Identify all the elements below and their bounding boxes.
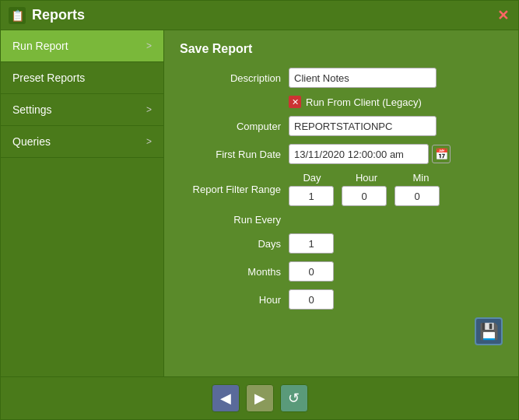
filter-inputs: [289, 186, 444, 206]
computer-row: Computer: [180, 116, 503, 136]
main-window: 📋 Reports ✕ Run Report > Preset Reports …: [0, 0, 519, 420]
report-filter-range-row: Report Filter Range Day Hour Min: [180, 172, 503, 206]
days-row: Days: [180, 233, 503, 254]
save-button-area: 💾: [180, 317, 503, 345]
hour-input[interactable]: [289, 289, 334, 310]
app-icon: 📋: [9, 7, 26, 24]
main-content: Run Report > Preset Reports Settings > Q…: [1, 30, 518, 376]
footer: ◀ ▶ ↺: [1, 376, 518, 419]
first-run-date-input[interactable]: [289, 144, 429, 164]
hour-label: Hour: [180, 294, 281, 306]
chevron-right-icon: >: [146, 40, 152, 51]
sidebar-item-label: Run Report: [12, 40, 68, 52]
min-label: Min: [398, 172, 444, 184]
sidebar-item-label: Preset Reports: [12, 72, 85, 84]
first-run-date-row: First Run Date 📅: [180, 144, 503, 164]
days-input[interactable]: [289, 233, 334, 254]
chevron-right-icon: >: [146, 104, 152, 115]
window-title: Reports: [32, 7, 495, 23]
filter-range-inputs: Day Hour Min: [289, 172, 444, 206]
description-input[interactable]: [289, 68, 437, 88]
months-label: Months: [180, 266, 281, 278]
day-label: Day: [289, 172, 335, 184]
hour-row: Hour: [180, 289, 503, 310]
first-run-date-label: First Run Date: [180, 149, 281, 160]
filter-labels: Day Hour Min: [289, 172, 444, 184]
computer-input[interactable]: [289, 116, 437, 136]
calendar-icon[interactable]: 📅: [432, 145, 451, 163]
report-filter-range-label: Report Filter Range: [180, 184, 281, 195]
sidebar-item-preset-reports[interactable]: Preset Reports: [1, 62, 163, 94]
sidebar-item-label: Settings: [12, 103, 52, 116]
months-row: Months: [180, 261, 503, 282]
run-from-client-label: Run From Client (Legacy): [306, 96, 422, 108]
run-every-label: Run Every: [180, 214, 281, 226]
description-label: Description: [180, 72, 281, 84]
hour-label: Hour: [343, 172, 390, 184]
sidebar-item-label: Queries: [12, 135, 51, 148]
days-label: Days: [180, 238, 281, 250]
filter-min-input[interactable]: [395, 186, 440, 206]
save-button[interactable]: 💾: [475, 317, 503, 345]
sidebar-item-run-report[interactable]: Run Report >: [1, 30, 163, 62]
run-from-client-row: ✕ Run From Client (Legacy): [289, 96, 503, 108]
sidebar: Run Report > Preset Reports Settings > Q…: [1, 30, 164, 376]
filter-hour-input[interactable]: [342, 186, 387, 206]
back-button[interactable]: ◀: [212, 384, 240, 412]
chevron-right-icon: >: [146, 136, 152, 147]
filter-day-input[interactable]: [289, 186, 334, 206]
sidebar-item-queries[interactable]: Queries >: [1, 126, 163, 158]
computer-label: Computer: [180, 121, 281, 132]
content-area: Save Report Description ✕ Run From Clien…: [164, 30, 518, 376]
description-row: Description: [180, 68, 503, 88]
run-every-row: Run Every: [180, 214, 503, 226]
refresh-button[interactable]: ↺: [280, 384, 308, 412]
date-input-container: 📅: [289, 144, 451, 164]
title-bar: 📋 Reports ✕: [1, 1, 518, 30]
section-title: Save Report: [180, 42, 503, 56]
sidebar-item-settings[interactable]: Settings >: [1, 94, 163, 126]
checkbox-x-icon[interactable]: ✕: [289, 96, 301, 108]
close-button[interactable]: ✕: [495, 8, 510, 23]
months-input[interactable]: [289, 261, 334, 282]
forward-button[interactable]: ▶: [246, 384, 274, 412]
